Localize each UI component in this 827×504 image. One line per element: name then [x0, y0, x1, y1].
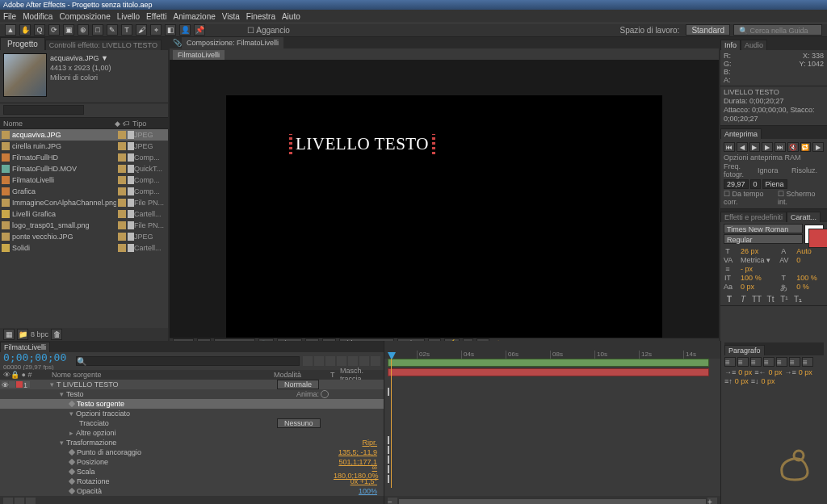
from-time-checkbox[interactable]: ☐ Da tempo corr. — [724, 190, 776, 206]
ram-preview-icon[interactable]: ▶ — [812, 142, 824, 152]
col-source-name[interactable]: Nome sorgente — [52, 371, 274, 379]
prop-source-text[interactable]: Testo sorgente — [0, 399, 384, 409]
col-track[interactable]: T — [330, 371, 340, 379]
trash-icon[interactable]: 🗑 — [51, 329, 62, 340]
indent-right-value[interactable]: 0 px — [769, 368, 783, 376]
space-after-value[interactable]: 0 px — [762, 377, 775, 385]
indent-left-value[interactable]: 0 px — [738, 368, 752, 376]
keyframe-scale[interactable] — [388, 456, 389, 464]
keyframe-opacity[interactable] — [388, 475, 389, 483]
loop-icon[interactable]: 🔁 — [800, 142, 812, 152]
puppet-tool-icon[interactable]: 📌 — [194, 24, 205, 36]
hide-shy-icon[interactable] — [325, 356, 335, 366]
play-icon[interactable]: ▶ — [749, 142, 761, 152]
allcaps-button[interactable]: TT — [751, 295, 762, 304]
pan-behind-tool-icon[interactable]: ⊕ — [78, 24, 89, 36]
interpret-icon[interactable]: ▦ — [3, 329, 15, 340]
project-item[interactable]: FilmatoFullHD.MOVQuickT... — [0, 163, 168, 174]
keyframe-anchor[interactable] — [388, 436, 389, 444]
keyframe-rotation[interactable] — [388, 465, 389, 473]
comp-panel-tab[interactable]: Composizione: FilmatoLivelli — [182, 37, 283, 48]
fill-color-swatch[interactable] — [804, 225, 824, 244]
project-item[interactable]: cirella ruin.JPGJPEG — [0, 141, 168, 152]
hand-tool-icon[interactable]: ✋ — [19, 24, 31, 36]
animate-menu-icon[interactable] — [321, 390, 329, 398]
bpc-toggle[interactable]: 8 bpc — [31, 330, 48, 338]
group-transform[interactable]: ▾Trasformazione Ripr. — [0, 438, 384, 447]
tab-audio[interactable]: Audio — [741, 40, 767, 50]
subscript-button[interactable]: T₁ — [792, 295, 804, 304]
align-right-icon[interactable]: ≡ — [750, 357, 762, 367]
space-before-value[interactable]: 0 px — [735, 377, 749, 385]
project-item[interactable]: Livelli GraficaCartell... — [0, 208, 168, 220]
justify-last-right-icon[interactable]: ≡ — [789, 357, 800, 367]
res-value[interactable]: Piena — [762, 179, 787, 189]
font-style-dropdown[interactable]: Regular — [724, 234, 803, 244]
eraser-tool-icon[interactable]: ◧ — [165, 24, 176, 36]
stroke-value[interactable]: - px — [741, 265, 777, 273]
tab-info[interactable]: Info — [720, 40, 741, 50]
col-name[interactable]: Nome — [3, 120, 115, 128]
smallcaps-button[interactable]: Tt — [765, 295, 776, 304]
kerning-dropdown[interactable]: Metrica ▾ — [741, 256, 777, 264]
indent-first-value[interactable]: 0 px — [799, 368, 812, 376]
snap-checkbox[interactable]: ☐ Aggancio — [247, 26, 290, 35]
tab-project[interactable]: Progetto — [0, 37, 45, 50]
menu-edit[interactable]: Modifica — [23, 12, 52, 21]
prev-frame-icon[interactable]: ◀ — [737, 142, 748, 152]
bold-button[interactable]: T — [724, 295, 735, 304]
tab-effect-controls[interactable]: Controlli effetto: LIVELLO TESTO — [45, 40, 162, 50]
tsume-value[interactable]: 0 % — [796, 283, 824, 293]
project-search-input[interactable] — [3, 105, 84, 115]
work-area-bar[interactable] — [388, 359, 709, 367]
timeline-search-input[interactable]: 🔍 — [76, 356, 300, 366]
last-frame-icon[interactable]: ⏭ — [775, 142, 786, 152]
toggle-inout-icon[interactable] — [26, 498, 36, 504]
prop-opacity[interactable]: Opacità 100% — [0, 486, 384, 496]
tab-character[interactable]: Caratt... — [787, 212, 821, 222]
col-mode[interactable]: Modalità — [274, 371, 330, 379]
toggle-switches-icon[interactable] — [3, 498, 13, 504]
comp-subtab[interactable]: FilmatoLivelli — [173, 50, 225, 60]
justify-all-icon[interactable]: ≡ — [802, 357, 813, 367]
toggle-modes-icon[interactable] — [15, 498, 24, 504]
zoom-tool-icon[interactable]: Q — [34, 24, 45, 36]
tab-paragraph[interactable]: Paragrafo — [724, 345, 765, 355]
font-family-dropdown[interactable]: Times New Roman — [724, 224, 803, 233]
text-layer[interactable]: LIVELLO TESTO — [291, 134, 434, 154]
transform-reset[interactable]: Ripr. — [362, 439, 377, 447]
next-frame-icon[interactable]: ▶ — [762, 142, 773, 152]
menu-help[interactable]: Aiuto — [282, 12, 300, 21]
project-item[interactable]: GraficaComp... — [0, 186, 168, 197]
rotation-value[interactable]: 0x +1,5° — [351, 477, 377, 485]
project-item[interactable]: ponte vecchio.JPGJPEG — [0, 231, 168, 242]
path-dropdown[interactable]: Nessuno — [277, 418, 321, 428]
hscale-value[interactable]: 100 % — [796, 274, 824, 282]
zoom-in-icon[interactable]: + — [707, 498, 717, 504]
pen-tool-icon[interactable]: ✎ — [107, 24, 118, 36]
mute-icon[interactable]: 🔇 — [787, 142, 799, 152]
zoom-slider[interactable] — [399, 499, 706, 504]
group-text[interactable]: ▾Testo Anima: — [0, 389, 384, 399]
superscript-button[interactable]: T¹ — [779, 295, 790, 304]
project-item[interactable]: SolidiCartell... — [0, 242, 168, 254]
timeline-tracks[interactable]: 02s04s06s08s10s12s14s − + — [384, 341, 720, 504]
camera-tool-icon[interactable]: ▣ — [63, 24, 74, 36]
font-size-value[interactable]: 26 px — [741, 247, 777, 255]
anchor-value[interactable]: 135,5; -11,9 — [338, 448, 377, 456]
prop-anchor[interactable]: Punto di ancoraggio 135,5; -11,9 — [0, 447, 384, 457]
graph-editor-icon[interactable] — [371, 356, 380, 366]
help-search-input[interactable]: 🔍 Cerca nella Guida — [733, 24, 822, 36]
menu-file[interactable]: File — [3, 12, 16, 21]
rotate-tool-icon[interactable]: ⟳ — [48, 24, 60, 36]
tab-preview[interactable]: Anteprima — [720, 128, 762, 139]
group-path-options[interactable]: ▾Opzioni tracciato — [0, 409, 384, 418]
time-ruler[interactable]: 02s04s06s08s10s12s14s — [384, 341, 720, 359]
menu-window[interactable]: Finestra — [246, 12, 275, 21]
frame-blend-icon[interactable] — [337, 356, 346, 366]
brush-tool-icon[interactable]: 🖌 — [136, 24, 147, 36]
justify-last-left-icon[interactable]: ≡ — [763, 357, 775, 367]
col-type[interactable]: Tipo — [132, 120, 165, 128]
group-more-options[interactable]: ▸Altre opzioni — [0, 428, 384, 438]
shape-tool-icon[interactable]: □ — [92, 24, 103, 36]
